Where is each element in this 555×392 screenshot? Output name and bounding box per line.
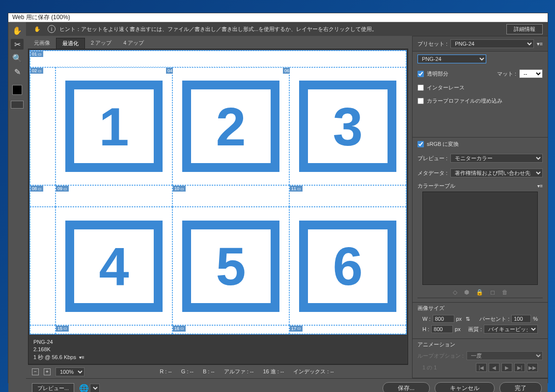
slice-num: 08 [32,186,37,191]
ct-trash-icon[interactable]: 🗑 [502,289,508,296]
link-icon: ▭ [297,326,301,331]
preview-mode-select[interactable]: モニターカラー [450,154,543,163]
eyedropper-tool-icon[interactable]: ✎ [11,66,24,77]
ct-lock-icon[interactable]: 🔒 [476,289,483,296]
slice-11[interactable]: 11▭ [289,185,406,207]
format-select[interactable]: PNG-24 [417,55,486,63]
hint-text: ヒント：アセットをより速く書き出すには、ファイル／書き出し／書き出し形式...を… [59,26,377,33]
readout-hex: 16 進 : -- [263,368,284,374]
last-frame-button[interactable]: ▶▶ [527,363,538,372]
play-button[interactable]: ▶ [501,363,512,372]
done-button[interactable]: 完了 [500,382,542,392]
ct-icon[interactable]: ◻ [490,289,495,296]
cancel-button[interactable]: キャンセル [435,382,495,392]
slice-pad2[interactable] [30,325,56,334]
preview-column: 元画像 最適化 2 アップ 4 アップ 01▭ 02▭ 03▭1 [26,36,412,378]
embed-profile-checkbox[interactable] [417,98,424,104]
work-row: 元画像 最適化 2 アップ 4 アップ 01▭ 02▭ 03▭1 [26,36,548,378]
detail-info-button[interactable]: 詳細情報 [506,24,543,34]
speed-menu-icon[interactable]: ▾≡ [79,355,84,360]
percent-input[interactable] [511,315,531,323]
preset-select[interactable]: PNG-24 [450,39,533,48]
quality-label: 画質 : [468,326,482,333]
preview-mode-label: プレビュー : [417,155,447,162]
tile-number: 3 [333,95,362,158]
px-label2: px [455,326,461,332]
px-label: px [456,316,462,322]
frame-count: 1 の 1 [422,364,437,371]
preset-label: プリセット : [417,40,447,48]
slice-14[interactable]: 14▭6 [289,207,406,325]
slice-05[interactable]: 04▭05▭2 [172,67,289,185]
bottom-bar: プレビュー... 🌐 保存... キャンセル 完了 [26,378,548,392]
slice-num: 16 [174,326,179,331]
preview-footer: − + 100% R : -- G : -- B : -- アルファ : -- … [28,364,408,378]
browser-select[interactable] [90,384,100,392]
colortable-controls: ◇ ⬢ 🔒 ◻ 🗑 [417,287,543,298]
minus-icon[interactable]: − [32,368,39,375]
window-title: Web 用に保存 (100%) [12,13,70,22]
slice-num: 11 [291,186,296,191]
transparency-checkbox[interactable] [417,71,424,77]
slice-17[interactable]: 17▭ [289,325,406,334]
height-input[interactable] [431,325,453,333]
plus-icon[interactable]: + [44,368,51,375]
slice-13[interactable]: 13▭5 [172,207,289,325]
colortable-menu-icon[interactable]: ▾≡ [537,183,543,189]
slice-num: 10 [174,186,179,191]
foreground-swatch[interactable] [12,85,22,95]
readout-index: インデックス : -- [293,368,334,374]
slice-01[interactable]: 01▭ [30,51,406,67]
percent-label: パーセント : [479,315,509,323]
slice-08[interactable]: 08▭ [30,185,56,207]
link-icon: ▭ [63,187,67,191]
h-label: H : [422,326,429,332]
hand-icon: ✋ [31,24,44,34]
slice-pad[interactable] [30,207,56,325]
tab-optimized[interactable]: 最適化 [56,38,85,49]
preview-button[interactable]: プレビュー... [32,383,74,392]
hand-tool-icon[interactable]: ✋ [11,25,24,36]
slice-07[interactable]: 06▭07▭3 [289,67,406,185]
slice-15[interactable]: 15▭ [56,325,172,334]
hint-bar: ✋ i ヒント：アセットをより速く書き出すには、ファイル／書き出し／書き出し形式… [26,22,548,36]
readout-g: G : -- [181,368,194,374]
width-input[interactable] [433,315,454,323]
loop-label: ループオプション : [417,352,464,360]
info-icon: i [48,25,56,33]
srgb-checkbox[interactable] [417,141,424,147]
slice-03[interactable]: 03▭1 [56,67,172,185]
loop-select: 一度 [467,351,543,360]
prev-frame-button[interactable]: ◀ [489,363,500,372]
slice-10[interactable]: 10▭ [172,185,289,207]
toggle-swatch[interactable] [11,101,24,109]
slice-16[interactable]: 16▭ [172,325,289,334]
tab-2up[interactable]: 2 アップ [85,38,117,49]
slice-09[interactable]: 09▭ [56,185,172,207]
save-button[interactable]: 保存... [383,382,430,392]
colortable-area [422,192,538,285]
zoom-select[interactable]: 100% [56,367,84,376]
ct-icon[interactable]: ◇ [453,289,457,296]
metadata-select[interactable]: 著作権情報および問い合わせ先 [450,168,543,177]
interlace-checkbox[interactable] [417,84,424,91]
slice-02[interactable]: 02▭ [30,67,56,185]
info-readout: PNG-24 2.168K 1 秒 @ 56.6 Kbps▾≡ [28,336,408,364]
first-frame-button[interactable]: |◀ [476,363,487,372]
tab-original[interactable]: 元画像 [28,38,56,49]
zoom-tool-icon[interactable]: 🔍 [11,53,24,63]
matte-select[interactable]: -- [519,69,543,78]
next-frame-button[interactable]: ▶| [514,363,525,372]
link-wh-icon[interactable]: ⇅ [466,316,470,322]
preset-menu-icon[interactable]: ▾≡ [537,41,543,47]
slice-12[interactable]: 12▭4 [56,207,172,325]
quality-select[interactable]: バイキュービック法 [484,325,538,334]
slice-select-tool-icon[interactable]: ✂ [11,39,24,50]
tab-4up[interactable]: 4 アップ [117,38,150,49]
slice-grid: 01▭ 02▭ 03▭1 04▭05▭2 06▭07▭3 08▭ 09▭ 10▭ [30,51,406,334]
canvas[interactable]: 01▭ 02▭ 03▭1 04▭05▭2 06▭07▭3 08▭ 09▭ 10▭ [29,50,407,335]
color-readout: R : -- G : -- B : -- アルファ : -- 16 進 : --… [156,368,337,375]
link-icon: ▭ [180,187,184,191]
ct-icon[interactable]: ⬢ [464,289,469,296]
browser-icon[interactable]: 🌐 [79,384,100,392]
